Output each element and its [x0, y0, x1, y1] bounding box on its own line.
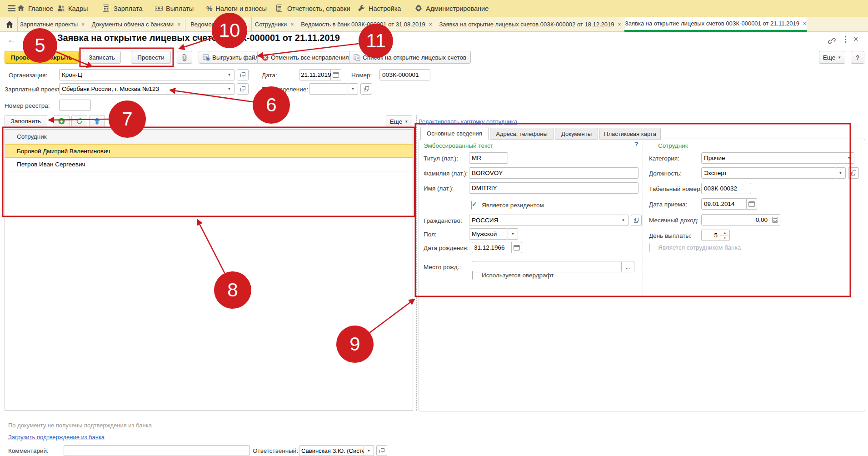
- position-pick-button[interactable]: [848, 167, 859, 179]
- panel-tab-main-active[interactable]: Основные сведения: [420, 127, 489, 140]
- more-actions-dots-icon[interactable]: ⋮: [842, 35, 849, 44]
- window-close-icon[interactable]: ×: [853, 35, 858, 44]
- birthdate-calendar-button[interactable]: [512, 242, 522, 253]
- number-field[interactable]: 00ЗК-000001: [379, 69, 430, 80]
- position-field[interactable]: Эксперт: [701, 167, 836, 179]
- load-confirmation-link[interactable]: Загрузить подтверждение из банка: [8, 434, 105, 441]
- overdraft-checkbox[interactable]: [472, 271, 473, 280]
- fill-button[interactable]: Заполнить: [5, 115, 47, 127]
- tab-close-icon[interactable]: ×: [429, 21, 432, 28]
- date-field[interactable]: 21.11.2019: [299, 69, 331, 80]
- lastname-field[interactable]: BOROVOY: [469, 167, 639, 179]
- panel-tab-documents[interactable]: Документы: [555, 128, 598, 140]
- get-link-icon[interactable]: [827, 36, 836, 45]
- panel-splitter[interactable]: [416, 115, 417, 411]
- panel-tab-addresses[interactable]: Адреса, телефоны: [490, 128, 554, 140]
- add-row-button[interactable]: [54, 115, 70, 127]
- export-file-button[interactable]: Выгрузить файл: [199, 51, 263, 64]
- tab-employees[interactable]: Сотрудники×: [252, 17, 297, 32]
- table-row-selected[interactable]: Боровой Дмитрий Валентинович: [5, 144, 413, 158]
- birthdate-label: Дата рождения:: [424, 245, 469, 251]
- org-field[interactable]: Крон-Ц: [59, 69, 225, 80]
- birthplace-field[interactable]: [472, 261, 622, 272]
- project-pick-button[interactable]: [237, 83, 249, 95]
- save-button[interactable]: Записать: [83, 51, 121, 64]
- attachment-button[interactable]: [177, 51, 192, 64]
- tab-close-icon[interactable]: ×: [81, 21, 85, 28]
- birthplace-ellipsis-button[interactable]: ...: [622, 261, 634, 272]
- tab-close-icon[interactable]: ×: [803, 20, 806, 27]
- menu-item-salary[interactable]: Зарплата: [103, 0, 143, 17]
- category-field[interactable]: Прочие: [701, 152, 845, 164]
- payday-spinner[interactable]: ▲▼: [720, 230, 730, 241]
- hiredate-calendar-button[interactable]: [747, 198, 757, 210]
- responsible-field[interactable]: Савинская З.Ю. (Системн: [299, 445, 364, 456]
- move-up-button[interactable]: [89, 115, 105, 127]
- table-more-button[interactable]: Еще▼: [386, 115, 412, 128]
- resident-checkbox[interactable]: [471, 201, 472, 210]
- add-icon: [58, 118, 65, 125]
- tab-statement-to-bank[interactable]: Ведомость в банк 00ЗК-000001 от 31.08.20…: [297, 17, 436, 32]
- home-tab-icon[interactable]: [5, 20, 14, 28]
- department-field[interactable]: [309, 83, 348, 95]
- refresh-button[interactable]: [71, 115, 87, 127]
- org-pick-button[interactable]: [237, 69, 249, 80]
- help-button[interactable]: ?: [851, 51, 864, 64]
- spin-up-icon[interactable]: ▲: [720, 230, 729, 236]
- tab-close-icon[interactable]: ×: [243, 21, 246, 28]
- date-calendar-button[interactable]: [331, 69, 341, 80]
- menu-item-reports[interactable]: Отчетность, справки: [276, 0, 350, 17]
- citizenship-pick-button[interactable]: [631, 215, 642, 226]
- help-icon[interactable]: ?: [634, 140, 639, 148]
- citizenship-field[interactable]: РОССИЯ: [469, 215, 619, 226]
- registry-number-field[interactable]: [59, 100, 91, 111]
- project-field[interactable]: Сбербанк России, г. Москва №123: [59, 83, 225, 95]
- category-dropdown-button[interactable]: ▼: [844, 152, 854, 164]
- spin-down-icon[interactable]: ▼: [720, 236, 729, 241]
- citizenship-dropdown-button[interactable]: ▼: [619, 215, 629, 226]
- menu-item-settings[interactable]: Настройка: [358, 0, 401, 17]
- sex-field[interactable]: Мужской: [469, 228, 508, 240]
- tab-close-icon[interactable]: ×: [618, 21, 621, 28]
- post-and-close-button[interactable]: Провести и закрыть: [5, 51, 79, 64]
- tab-salary-projects[interactable]: Зарплатные проекты×: [17, 17, 87, 32]
- responsible-dropdown-button[interactable]: ▼: [364, 445, 374, 456]
- menu-item-administration[interactable]: Администрирование: [415, 0, 489, 17]
- panel-tab-plastic-card[interactable]: Пластиковая карта: [599, 128, 661, 140]
- birthdate-field[interactable]: 31.12.1966: [472, 242, 512, 253]
- menu-item-taxes[interactable]: % Налоги и взносы: [206, 0, 267, 17]
- tab-close-icon[interactable]: ×: [290, 21, 294, 28]
- tab-bank-exchange-docs[interactable]: Документы обмена с банками×: [87, 17, 185, 32]
- table-row[interactable]: Петров Иван Сергеевич: [5, 158, 413, 171]
- responsible-pick-button[interactable]: [376, 445, 387, 456]
- edit-employee-card-link[interactable]: Редактировать карточку сотрудника: [419, 118, 517, 125]
- menu-item-hr[interactable]: Кадры: [57, 0, 88, 17]
- menu-item-payouts[interactable]: Выплаты: [155, 0, 194, 17]
- hiredate-field[interactable]: 09.01.2014: [701, 198, 747, 210]
- form-more-button[interactable]: Еще▼: [819, 51, 845, 64]
- income-field[interactable]: 0,00: [701, 214, 770, 225]
- menu-item-main[interactable]: Главное: [17, 0, 53, 17]
- hamburger-icon[interactable]: [8, 5, 15, 12]
- position-dropdown-button[interactable]: ▼: [836, 167, 846, 179]
- tab-application-1-active[interactable]: Заявка на открытие лицевых счетов 00ЗК-0…: [624, 17, 807, 32]
- payday-field[interactable]: 5: [701, 230, 720, 241]
- org-dropdown-button[interactable]: ▼: [224, 69, 234, 80]
- department-dropdown-button[interactable]: ▼: [348, 83, 358, 95]
- department-pick-button[interactable]: [360, 83, 372, 95]
- back-button[interactable]: ←: [7, 35, 16, 45]
- tab-close-icon[interactable]: ×: [177, 21, 180, 28]
- project-dropdown-button[interactable]: ▼: [224, 83, 234, 95]
- titul-field[interactable]: MR: [469, 152, 508, 164]
- open-accounts-list-button[interactable]: Список на открытие лицевых счетов: [349, 51, 471, 64]
- tabnumber-field[interactable]: 00ЗК-00032: [701, 183, 751, 194]
- comment-field[interactable]: [64, 445, 250, 456]
- sex-label: Пол:: [424, 231, 437, 238]
- firstname-field[interactable]: DMITRIY: [469, 182, 639, 194]
- post-button[interactable]: Провести: [131, 51, 171, 64]
- tab-application-2[interactable]: Заявка на открытие лицевых счетов 00ЗК-0…: [436, 17, 624, 32]
- sex-dropdown-button[interactable]: ▼: [508, 228, 518, 240]
- cancel-all-fixes-button[interactable]: Отменить все исправления: [257, 51, 354, 64]
- tab-statements[interactable]: Ведомости в банк×: [185, 17, 252, 32]
- income-calculator-button[interactable]: [770, 214, 780, 225]
